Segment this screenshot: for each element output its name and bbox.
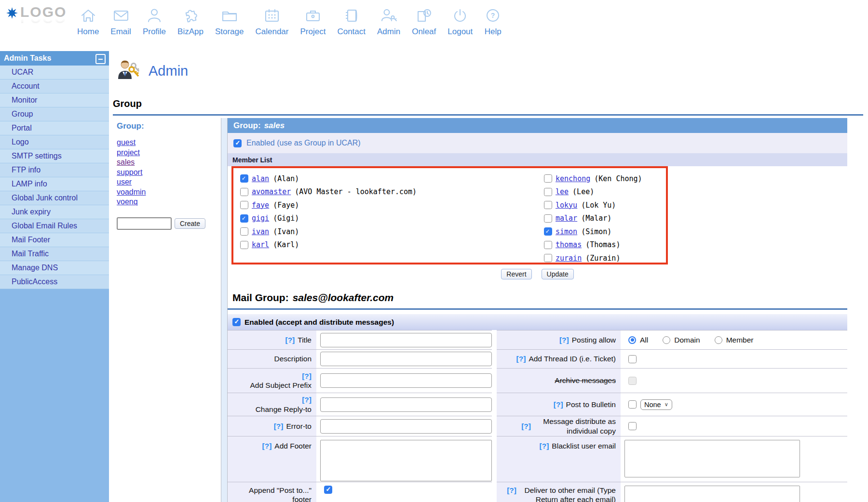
member-checkbox-faye[interactable]: [240, 201, 248, 209]
member-checkbox-thomas[interactable]: [544, 241, 552, 249]
sidebar-item-portal[interactable]: Portal: [0, 121, 109, 135]
member-checkbox-lee[interactable]: [544, 188, 552, 196]
nav-storage[interactable]: Storage: [209, 6, 250, 37]
sidebar-item-account[interactable]: Account: [0, 79, 109, 93]
group-link-sales[interactable]: sales: [117, 158, 146, 168]
member-checkbox-ivan[interactable]: [240, 227, 248, 236]
radio-all[interactable]: [628, 336, 636, 344]
group-link-voenq[interactable]: voenq: [117, 197, 146, 207]
description-input[interactable]: [320, 352, 492, 366]
sidebar-item-smtp-settings[interactable]: SMTP settings: [0, 149, 109, 163]
group-link-guest[interactable]: guest: [117, 138, 146, 148]
help-link[interactable]: [?]: [540, 441, 549, 450]
nav-onleaf[interactable]: Onleaf: [406, 6, 442, 37]
member-link-avomaster[interactable]: avomaster: [252, 187, 291, 196]
logo-reflection: LOGO: [20, 18, 67, 26]
error-to-input[interactable]: [320, 419, 492, 434]
sidebar-item-logo[interactable]: Logo: [0, 135, 109, 149]
sidebar-item-monitor[interactable]: Monitor: [0, 93, 109, 107]
member-link-lee[interactable]: lee: [556, 187, 569, 196]
help-link[interactable]: [?]: [554, 400, 563, 409]
sidebar-item-global-email-rules[interactable]: Global Email Rules: [0, 219, 109, 233]
collapse-icon[interactable]: [95, 54, 106, 64]
deliver-other-email-textarea[interactable]: [624, 486, 800, 502]
help-link[interactable]: [?]: [507, 486, 516, 495]
group-enabled-checkbox[interactable]: [233, 139, 242, 147]
member-link-lokyu[interactable]: lokyu: [556, 201, 577, 210]
bulletin-select[interactable]: None∨: [640, 399, 672, 410]
help-link[interactable]: [?]: [521, 422, 531, 431]
sidebar-item-mail-traffic[interactable]: Mail Traffic: [0, 247, 109, 261]
sidebar-item-manage-dns[interactable]: Manage DNS: [0, 261, 109, 275]
help-link[interactable]: [?]: [516, 354, 526, 363]
sidebar-item-ftp-info[interactable]: FTP info: [0, 163, 109, 177]
member-link-karl[interactable]: karl: [252, 240, 269, 249]
member-link-ivan[interactable]: ivan: [252, 227, 269, 236]
member-checkbox-malar[interactable]: [544, 214, 552, 223]
title-input[interactable]: [320, 333, 492, 347]
member-link-thomas[interactable]: thomas: [556, 240, 582, 249]
help-link[interactable]: [?]: [302, 395, 312, 404]
member-checkbox-gigi[interactable]: [240, 214, 248, 223]
sidebar-item-mail-footer[interactable]: Mail Footer: [0, 233, 109, 247]
nav-admin[interactable]: Admin: [371, 6, 406, 37]
message-distribute-checkbox[interactable]: [628, 422, 637, 430]
help-link[interactable]: [?]: [285, 335, 295, 344]
nav-project[interactable]: Project: [294, 6, 331, 37]
radio-member[interactable]: [715, 336, 722, 344]
group-link-support[interactable]: support: [117, 168, 146, 178]
nav-bizapp[interactable]: BizApp: [172, 6, 209, 37]
new-group-input[interactable]: [117, 217, 172, 230]
sidebar-item-group[interactable]: Group: [0, 107, 109, 121]
nav-calendar[interactable]: Calendar: [249, 6, 294, 37]
nav-profile[interactable]: Profile: [137, 6, 172, 37]
sidebar-item-publicaccess[interactable]: PublicAccess: [0, 275, 109, 289]
nav-contact[interactable]: Contact: [331, 6, 371, 37]
member-row: kenchong(Ken Chong): [544, 172, 642, 185]
member-checkbox-lokyu[interactable]: [544, 201, 552, 209]
member-checkbox-karl[interactable]: [240, 241, 248, 249]
help-link[interactable]: [?]: [274, 422, 284, 431]
radio-domain[interactable]: [663, 336, 670, 344]
add-subject-prefix-input[interactable]: [320, 373, 492, 388]
sidebar-item-lamp-info[interactable]: LAMP info: [0, 177, 109, 191]
add-footer-textarea[interactable]: [320, 440, 492, 481]
member-checkbox-alan[interactable]: [240, 174, 248, 183]
member-checkbox-avomaster[interactable]: [240, 188, 248, 196]
member-link-faye[interactable]: faye: [252, 201, 269, 210]
help-link[interactable]: [?]: [302, 371, 312, 381]
update-button[interactable]: Update: [542, 269, 574, 279]
nav-logout[interactable]: Logout: [442, 6, 478, 37]
member-link-kenchong[interactable]: kenchong: [556, 174, 590, 183]
nav-home[interactable]: Home: [71, 6, 105, 37]
member-link-gigi[interactable]: gigi: [252, 214, 269, 223]
member-link-simon[interactable]: simon: [556, 227, 577, 236]
member-checkbox-kenchong[interactable]: [544, 174, 552, 183]
sidebar-item-junk-expiry[interactable]: Junk expiry: [0, 205, 109, 219]
blacklist-label: [?]Blacklist user email: [497, 436, 621, 482]
post-to-bulletin-checkbox[interactable]: [628, 400, 637, 409]
group-link-project[interactable]: project: [117, 148, 146, 158]
nav-help[interactable]: ? Help: [478, 6, 507, 37]
help-link[interactable]: [?]: [262, 441, 272, 450]
help-link[interactable]: [?]: [559, 335, 569, 344]
create-group-button[interactable]: Create: [175, 218, 205, 229]
member-row: simon(Simon): [544, 225, 642, 238]
blacklist-textarea[interactable]: [624, 440, 800, 477]
member-link-zurain[interactable]: zurain: [556, 254, 582, 263]
group-link-voadmin[interactable]: voadmin: [117, 187, 146, 198]
member-checkbox-simon[interactable]: [544, 227, 552, 236]
revert-button[interactable]: Revert: [501, 269, 531, 279]
nav-email[interactable]: Email: [105, 6, 137, 37]
sidebar-item-ucar[interactable]: UCAR: [0, 66, 109, 79]
append-post-to-footer-checkbox[interactable]: [324, 486, 332, 494]
member-link-alan[interactable]: alan: [252, 174, 269, 183]
member-link-malar[interactable]: malar: [556, 214, 577, 223]
mail-enabled-checkbox[interactable]: [232, 318, 241, 326]
member-checkbox-zurain[interactable]: [544, 254, 552, 262]
add-thread-id-checkbox[interactable]: [628, 355, 637, 363]
sidebar-item-global-junk-control[interactable]: Global Junk control: [0, 191, 109, 205]
group-link-user[interactable]: user: [117, 177, 146, 187]
deliver-other-email-label: [?]Deliver to other email (Type Return a…: [497, 482, 621, 502]
change-reply-to-input[interactable]: [320, 397, 492, 412]
